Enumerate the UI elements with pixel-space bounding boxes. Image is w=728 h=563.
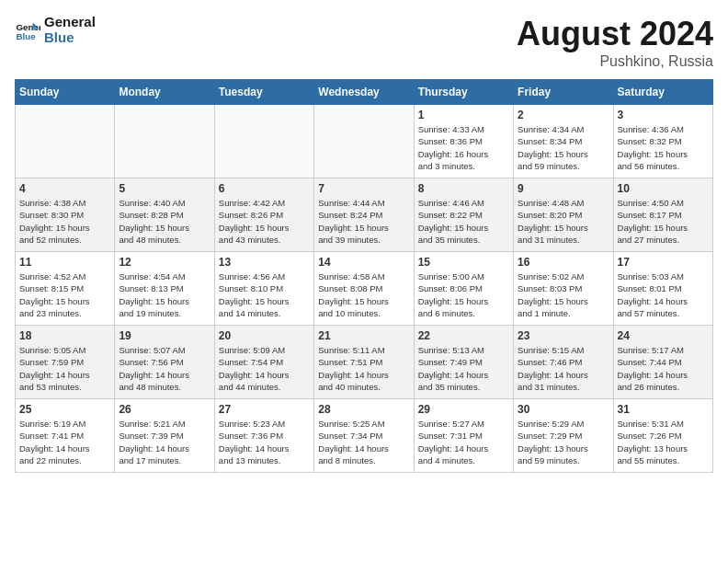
day-info: Sunrise: 4:56 AM Sunset: 8:10 PM Dayligh…: [219, 270, 310, 319]
calendar-cell: 28Sunrise: 5:25 AM Sunset: 7:34 PM Dayli…: [314, 399, 414, 473]
day-info: Sunrise: 4:54 AM Sunset: 8:13 PM Dayligh…: [119, 270, 210, 319]
day-number: 6: [219, 182, 310, 195]
weekday-header: Monday: [115, 80, 214, 105]
day-number: 27: [219, 403, 310, 416]
calendar-cell: [16, 105, 115, 178]
day-number: 24: [618, 329, 709, 342]
day-number: 8: [418, 182, 509, 195]
day-number: 29: [418, 403, 509, 416]
day-number: 9: [518, 182, 609, 195]
day-info: Sunrise: 5:27 AM Sunset: 7:31 PM Dayligh…: [418, 418, 509, 466]
day-info: Sunrise: 5:17 AM Sunset: 7:44 PM Dayligh…: [618, 344, 709, 393]
calendar-cell: 6Sunrise: 4:42 AM Sunset: 8:26 PM Daylig…: [214, 178, 313, 252]
day-number: 26: [119, 403, 210, 416]
calendar-cell: [214, 105, 313, 178]
calendar-cell: 18Sunrise: 5:05 AM Sunset: 7:59 PM Dayli…: [16, 326, 115, 399]
calendar-cell: 21Sunrise: 5:11 AM Sunset: 7:51 PM Dayli…: [314, 326, 414, 399]
calendar-cell: 3Sunrise: 4:36 AM Sunset: 8:32 PM Daylig…: [613, 105, 712, 178]
calendar-cell: 12Sunrise: 4:54 AM Sunset: 8:13 PM Dayli…: [115, 252, 214, 326]
day-number: 5: [119, 182, 210, 195]
svg-text:Blue: Blue: [16, 30, 36, 40]
calendar-cell: 14Sunrise: 4:58 AM Sunset: 8:08 PM Dayli…: [314, 252, 414, 326]
calendar-cell: 2Sunrise: 4:34 AM Sunset: 8:34 PM Daylig…: [514, 105, 613, 178]
calendar-cell: 15Sunrise: 5:00 AM Sunset: 8:06 PM Dayli…: [414, 252, 513, 326]
day-info: Sunrise: 4:58 AM Sunset: 8:08 PM Dayligh…: [318, 270, 409, 319]
day-number: 13: [219, 256, 310, 269]
weekday-header: Tuesday: [214, 80, 313, 105]
day-number: 20: [219, 329, 310, 342]
day-number: 16: [518, 256, 609, 269]
day-number: 31: [618, 403, 709, 416]
day-info: Sunrise: 5:29 AM Sunset: 7:29 PM Dayligh…: [518, 418, 609, 466]
day-number: 14: [318, 256, 409, 269]
day-number: 3: [618, 109, 709, 121]
calendar-cell: 8Sunrise: 4:46 AM Sunset: 8:22 PM Daylig…: [414, 178, 513, 252]
day-info: Sunrise: 4:42 AM Sunset: 8:26 PM Dayligh…: [219, 197, 310, 246]
day-info: Sunrise: 5:00 AM Sunset: 8:06 PM Dayligh…: [418, 270, 509, 319]
day-info: Sunrise: 5:25 AM Sunset: 7:34 PM Dayligh…: [318, 418, 409, 466]
calendar-cell: 16Sunrise: 5:02 AM Sunset: 8:03 PM Dayli…: [514, 252, 613, 326]
page-header: General Blue General Blue August 2024 Pu…: [15, 15, 713, 70]
day-number: 2: [518, 109, 609, 121]
day-info: Sunrise: 4:40 AM Sunset: 8:28 PM Dayligh…: [119, 197, 210, 246]
weekday-header: Sunday: [16, 80, 115, 105]
location: Pushkino, Russia: [517, 53, 713, 70]
calendar-cell: 27Sunrise: 5:23 AM Sunset: 7:36 PM Dayli…: [214, 399, 313, 473]
day-number: 10: [618, 182, 709, 195]
day-info: Sunrise: 5:31 AM Sunset: 7:26 PM Dayligh…: [618, 418, 709, 466]
calendar-cell: 25Sunrise: 5:19 AM Sunset: 7:41 PM Dayli…: [16, 399, 115, 473]
calendar-cell: 11Sunrise: 4:52 AM Sunset: 8:15 PM Dayli…: [16, 252, 115, 326]
day-number: 11: [19, 256, 110, 269]
day-info: Sunrise: 5:19 AM Sunset: 7:41 PM Dayligh…: [19, 418, 110, 466]
day-number: 23: [518, 329, 609, 342]
calendar-cell: [314, 105, 414, 178]
day-info: Sunrise: 4:34 AM Sunset: 8:34 PM Dayligh…: [518, 123, 609, 172]
day-info: Sunrise: 4:50 AM Sunset: 8:17 PM Dayligh…: [618, 197, 709, 246]
day-info: Sunrise: 4:33 AM Sunset: 8:36 PM Dayligh…: [418, 123, 509, 172]
day-number: 7: [318, 182, 409, 195]
day-info: Sunrise: 5:03 AM Sunset: 8:01 PM Dayligh…: [618, 270, 709, 319]
calendar-cell: 23Sunrise: 5:15 AM Sunset: 7:46 PM Dayli…: [514, 326, 613, 399]
calendar-cell: 4Sunrise: 4:38 AM Sunset: 8:30 PM Daylig…: [16, 178, 115, 252]
weekday-header: Thursday: [414, 80, 513, 105]
logo: General Blue General Blue: [15, 15, 96, 45]
day-number: 19: [119, 329, 210, 342]
day-info: Sunrise: 5:15 AM Sunset: 7:46 PM Dayligh…: [518, 344, 609, 393]
day-info: Sunrise: 5:09 AM Sunset: 7:54 PM Dayligh…: [219, 344, 310, 393]
day-info: Sunrise: 4:44 AM Sunset: 8:24 PM Dayligh…: [318, 197, 409, 246]
calendar-cell: 19Sunrise: 5:07 AM Sunset: 7:56 PM Dayli…: [115, 326, 214, 399]
day-info: Sunrise: 4:36 AM Sunset: 8:32 PM Dayligh…: [618, 123, 709, 172]
day-number: 4: [19, 182, 110, 195]
calendar-cell: 1Sunrise: 4:33 AM Sunset: 8:36 PM Daylig…: [414, 105, 513, 178]
day-info: Sunrise: 5:07 AM Sunset: 7:56 PM Dayligh…: [119, 344, 210, 393]
day-info: Sunrise: 5:13 AM Sunset: 7:49 PM Dayligh…: [418, 344, 509, 393]
day-number: 30: [518, 403, 609, 416]
calendar-table: SundayMondayTuesdayWednesdayThursdayFrid…: [15, 79, 713, 473]
calendar-cell: 9Sunrise: 4:48 AM Sunset: 8:20 PM Daylig…: [514, 178, 613, 252]
day-number: 17: [618, 256, 709, 269]
title-block: August 2024 Pushkino, Russia: [517, 15, 713, 70]
calendar-cell: 30Sunrise: 5:29 AM Sunset: 7:29 PM Dayli…: [514, 399, 613, 473]
weekday-header: Friday: [514, 80, 613, 105]
calendar-cell: 31Sunrise: 5:31 AM Sunset: 7:26 PM Dayli…: [613, 399, 712, 473]
day-number: 15: [418, 256, 509, 269]
calendar-cell: 22Sunrise: 5:13 AM Sunset: 7:49 PM Dayli…: [414, 326, 513, 399]
day-info: Sunrise: 4:48 AM Sunset: 8:20 PM Dayligh…: [518, 197, 609, 246]
day-info: Sunrise: 4:46 AM Sunset: 8:22 PM Dayligh…: [418, 197, 509, 246]
day-number: 28: [318, 403, 409, 416]
calendar-cell: 10Sunrise: 4:50 AM Sunset: 8:17 PM Dayli…: [613, 178, 712, 252]
calendar-cell: 17Sunrise: 5:03 AM Sunset: 8:01 PM Dayli…: [613, 252, 712, 326]
weekday-header: Saturday: [613, 80, 712, 105]
calendar-cell: 29Sunrise: 5:27 AM Sunset: 7:31 PM Dayli…: [414, 399, 513, 473]
day-number: 25: [19, 403, 110, 416]
day-number: 22: [418, 329, 509, 342]
day-info: Sunrise: 4:38 AM Sunset: 8:30 PM Dayligh…: [19, 197, 110, 246]
calendar-cell: 13Sunrise: 4:56 AM Sunset: 8:10 PM Dayli…: [214, 252, 313, 326]
day-info: Sunrise: 4:52 AM Sunset: 8:15 PM Dayligh…: [19, 270, 110, 319]
calendar-cell: 5Sunrise: 4:40 AM Sunset: 8:28 PM Daylig…: [115, 178, 214, 252]
day-number: 12: [119, 256, 210, 269]
day-info: Sunrise: 5:02 AM Sunset: 8:03 PM Dayligh…: [518, 270, 609, 319]
day-info: Sunrise: 5:21 AM Sunset: 7:39 PM Dayligh…: [119, 418, 210, 466]
logo-text: General Blue: [44, 15, 96, 45]
calendar-cell: 26Sunrise: 5:21 AM Sunset: 7:39 PM Dayli…: [115, 399, 214, 473]
